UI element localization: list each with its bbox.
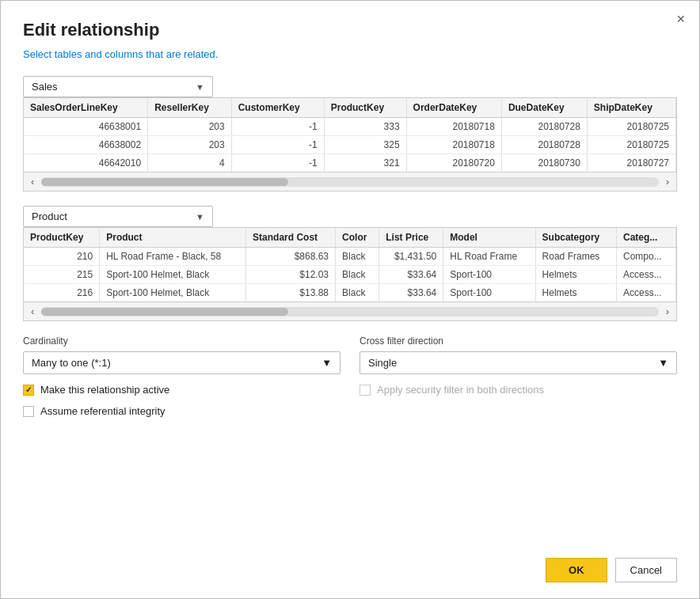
t2r1c1: 210 xyxy=(24,248,100,266)
table1-col-duedatekey: DueDateKey xyxy=(501,98,587,118)
table2-col-model: Model xyxy=(443,228,535,248)
table2-dropdown-value: Product xyxy=(32,210,67,222)
t2r3c8: Access... xyxy=(616,284,675,302)
table1-scroll-right[interactable]: › xyxy=(662,174,673,189)
t2r2c8: Access... xyxy=(616,266,675,284)
t2r1c4: Black xyxy=(336,248,379,266)
cross-filter-dropdown[interactable]: Single ▼ xyxy=(360,351,677,374)
cancel-button[interactable]: Cancel xyxy=(615,558,677,582)
table2-col-subcategory: Subcategory xyxy=(535,228,616,248)
security-filter-label: Apply security filter in both directions xyxy=(377,384,544,396)
table2-col-listprice: List Price xyxy=(379,228,443,248)
options-section: Cardinality Many to one (*:1) ▼ Make thi… xyxy=(23,336,677,417)
table1-dropdown[interactable]: Sales ▼ xyxy=(23,76,213,97)
t2r2c1: 215 xyxy=(24,266,100,284)
cardinality-dropdown[interactable]: Many to one (*:1) ▼ xyxy=(23,351,340,374)
make-active-label: Make this relationship active xyxy=(40,384,169,396)
t1r1c4: 333 xyxy=(324,118,406,136)
table2-scroll-track[interactable] xyxy=(41,307,658,317)
cardinality-label: Cardinality xyxy=(23,336,340,347)
t2r2c6: Sport-100 xyxy=(443,266,535,284)
close-button[interactable]: × xyxy=(676,12,685,26)
t1r3c6: 20180730 xyxy=(501,154,587,172)
t1r3c2: 4 xyxy=(148,154,232,172)
table2-header-row: ProductKey Product Standard Cost Color L… xyxy=(24,228,676,248)
t2r3c7: Helmets xyxy=(535,284,616,302)
table1-col-orderdatekey: OrderDateKey xyxy=(406,98,501,118)
t2r1c5: $1,431.50 xyxy=(379,248,443,266)
table1-section: Sales ▼ SalesOrderLineKey ResellerKey Cu… xyxy=(23,76,677,191)
table1-col-productkey: ProductKey xyxy=(324,98,406,118)
table2-scroll-left[interactable]: ‹ xyxy=(27,304,38,319)
t2r3c5: $33.64 xyxy=(379,284,443,302)
dialog-title: Edit relationship xyxy=(23,20,677,40)
t1r2c5: 20180718 xyxy=(406,136,501,154)
table1-dropdown-chevron: ▼ xyxy=(196,82,204,92)
table1-scroll-track[interactable] xyxy=(41,177,658,187)
table1-dropdown-value: Sales xyxy=(32,81,58,93)
table-row: 210 HL Road Frame - Black, 58 $868.63 Bl… xyxy=(24,248,676,266)
table1-scrollbar[interactable]: ‹ › xyxy=(24,172,676,191)
t1r3c3: -1 xyxy=(231,154,324,172)
t2r2c2: Sport-100 Helmet, Black xyxy=(100,266,246,284)
t1r1c7: 20180725 xyxy=(587,118,675,136)
t2r3c1: 216 xyxy=(24,284,100,302)
t2r1c3: $868.63 xyxy=(246,248,336,266)
table2-scroll-right[interactable]: › xyxy=(662,304,673,319)
t2r3c6: Sport-100 xyxy=(443,284,535,302)
t2r1c2: HL Road Frame - Black, 58 xyxy=(100,248,246,266)
table-row: 46638001 203 -1 333 20180718 20180728 20… xyxy=(24,118,676,136)
t2r1c7: Road Frames xyxy=(535,248,616,266)
table1: SalesOrderLineKey ResellerKey CustomerKe… xyxy=(24,98,676,172)
table2-wrapper: ProductKey Product Standard Cost Color L… xyxy=(23,227,677,321)
t1r2c3: -1 xyxy=(231,136,324,154)
security-filter-row: Apply security filter in both directions xyxy=(360,384,677,396)
t1r3c7: 20180727 xyxy=(587,154,675,172)
t1r1c5: 20180718 xyxy=(406,118,501,136)
table-row: 46638002 203 -1 325 20180718 20180728 20… xyxy=(24,136,676,154)
table2-col-productkey: ProductKey xyxy=(24,228,100,248)
table1-col-resellerkey: ResellerKey xyxy=(148,98,232,118)
table1-col-customerkey: CustomerKey xyxy=(231,98,324,118)
table-row: 215 Sport-100 Helmet, Black $12.03 Black… xyxy=(24,266,676,284)
cross-filter-value: Single xyxy=(368,357,397,369)
t2r1c6: HL Road Frame xyxy=(443,248,535,266)
cardinality-value: Many to one (*:1) xyxy=(32,357,111,369)
t1r1c2: 203 xyxy=(148,118,232,136)
cross-filter-chevron: ▼ xyxy=(658,357,668,369)
table2-scroll-thumb xyxy=(41,308,288,316)
cross-filter-label: Cross filter direction xyxy=(360,336,677,347)
t2r2c5: $33.64 xyxy=(379,266,443,284)
table1-scroll-thumb xyxy=(41,178,288,186)
table2-col-category: Categ... xyxy=(616,228,675,248)
table1-col-shipdatekey: ShipDateKey xyxy=(587,98,675,118)
make-active-checkbox[interactable] xyxy=(23,385,34,396)
table2-dropdown-chevron: ▼ xyxy=(196,212,204,222)
table2-dropdown[interactable]: Product ▼ xyxy=(23,206,213,227)
t1r2c1: 46638002 xyxy=(24,136,148,154)
t2r1c8: Compo... xyxy=(616,248,675,266)
table1-scroll-left[interactable]: ‹ xyxy=(27,174,38,189)
ok-button[interactable]: OK xyxy=(546,558,607,582)
t2r3c2: Sport-100 Helmet, Black xyxy=(100,284,246,302)
t2r2c3: $12.03 xyxy=(246,266,336,284)
table2-scrollbar[interactable]: ‹ › xyxy=(24,301,676,320)
footer-buttons: OK Cancel xyxy=(23,548,677,582)
t1r2c4: 325 xyxy=(324,136,406,154)
table2: ProductKey Product Standard Cost Color L… xyxy=(24,228,676,301)
referential-row: Assume referential integrity xyxy=(23,405,340,417)
referential-label: Assume referential integrity xyxy=(40,405,165,417)
referential-checkbox[interactable] xyxy=(23,406,34,417)
make-active-row: Make this relationship active xyxy=(23,384,340,396)
t1r2c7: 20180725 xyxy=(587,136,675,154)
t1r1c6: 20180728 xyxy=(501,118,587,136)
t2r2c7: Helmets xyxy=(535,266,616,284)
t1r3c4: 321 xyxy=(324,154,406,172)
cardinality-section: Cardinality Many to one (*:1) ▼ Make thi… xyxy=(23,336,340,417)
table2-col-color: Color xyxy=(336,228,379,248)
t2r2c4: Black xyxy=(336,266,379,284)
dialog-subtitle: Select tables and columns that are relat… xyxy=(23,48,677,60)
t1r2c6: 20180728 xyxy=(501,136,587,154)
table2-col-product: Product xyxy=(100,228,246,248)
table-row: 216 Sport-100 Helmet, Black $13.88 Black… xyxy=(24,284,676,302)
